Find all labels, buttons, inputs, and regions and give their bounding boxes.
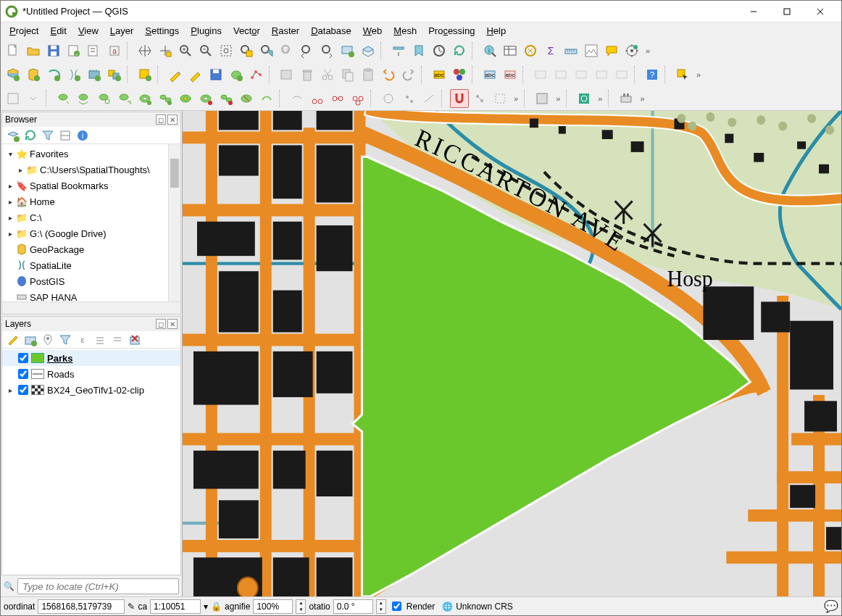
browser-item-postgis[interactable]: PostGIS xyxy=(30,276,64,287)
simplify-feature-icon[interactable] xyxy=(95,89,114,108)
layer-checkbox-roads[interactable] xyxy=(18,369,28,379)
delete-part-icon[interactable] xyxy=(217,89,235,108)
toolbar2-overflow-icon[interactable]: » xyxy=(693,70,704,79)
delete-ring-icon[interactable] xyxy=(196,89,215,108)
toolbar3c-overflow-icon[interactable]: » xyxy=(595,94,605,103)
save-edits-icon[interactable] xyxy=(207,65,225,84)
reshape-icon[interactable] xyxy=(237,89,256,108)
shape-dropdown-icon[interactable] xyxy=(24,89,43,108)
zoom-to-layer-icon[interactable] xyxy=(257,41,276,60)
current-edits-icon[interactable] xyxy=(166,65,185,84)
new-project-icon[interactable] xyxy=(4,41,22,60)
browser-add-layer-icon[interactable] xyxy=(5,128,21,143)
rotation-spinner[interactable]: ▲▼ xyxy=(376,599,386,614)
collapse-all-icon[interactable] xyxy=(109,332,125,348)
lock-scale-icon[interactable]: 🔒 xyxy=(211,602,222,612)
browser-item-c[interactable]: C:\ xyxy=(30,212,42,223)
georef-icon[interactable] xyxy=(533,89,551,108)
trim-extend-icon[interactable] xyxy=(420,89,438,108)
move-label-icon[interactable] xyxy=(551,65,570,84)
topo-editing-icon[interactable] xyxy=(491,89,509,108)
browser-panel-close-icon[interactable]: ✕ xyxy=(167,115,178,125)
pan-to-selection-icon[interactable] xyxy=(156,41,175,60)
menu-database[interactable]: Database xyxy=(307,24,356,38)
elevation-icon[interactable] xyxy=(582,41,601,60)
identify-icon[interactable]: i xyxy=(480,41,499,60)
style-manager-icon[interactable]: a xyxy=(105,41,124,60)
zoom-next-icon[interactable] xyxy=(318,41,337,60)
temporal-controller-icon[interactable] xyxy=(389,41,408,60)
metasearch-icon[interactable] xyxy=(575,89,593,108)
zoom-in-icon[interactable] xyxy=(176,41,195,60)
filter-legend-icon[interactable] xyxy=(57,332,73,348)
offset-points-icon[interactable] xyxy=(399,89,418,108)
browser-item-userfolder[interactable]: C:\Users\SpatialThoughts\ xyxy=(40,165,150,175)
browser-item-geopackage[interactable]: GeoPackage xyxy=(30,244,84,255)
map-tips-icon[interactable] xyxy=(602,41,621,60)
new-geopackage-icon[interactable] xyxy=(24,65,43,84)
add-ring-icon[interactable] xyxy=(136,89,154,108)
browser-item-home[interactable]: Home xyxy=(30,196,55,207)
menu-help[interactable]: Help xyxy=(482,24,510,38)
redo-icon[interactable] xyxy=(399,65,418,84)
minimize-button[interactable] xyxy=(737,1,770,22)
statistics-icon[interactable]: Σ xyxy=(541,41,560,60)
browser-tree[interactable]: ▾⭐Favorites ▸📁C:\Users\SpatialThoughts\ … xyxy=(2,144,180,301)
layers-panel-undock-icon[interactable]: ◻ xyxy=(156,319,166,329)
move-feature-icon[interactable] xyxy=(54,89,73,108)
menu-plugins[interactable]: Plugins xyxy=(186,24,226,38)
layer-checkbox-parks[interactable] xyxy=(18,353,28,363)
add-part-icon[interactable] xyxy=(156,89,175,108)
browser-item-g[interactable]: G:\ (Google Drive) xyxy=(30,228,106,239)
rotate-feature-icon[interactable] xyxy=(75,89,93,108)
new-virtual-layer-icon[interactable] xyxy=(105,65,124,84)
toolbar3d-overflow-icon[interactable]: » xyxy=(637,94,647,103)
browser-scrollbar[interactable] xyxy=(168,144,180,301)
zoom-native-icon[interactable]: 1:1 xyxy=(278,41,296,60)
menu-mesh[interactable]: Mesh xyxy=(389,24,421,38)
browser-collapse-icon[interactable] xyxy=(57,128,73,143)
toggle-editing-icon[interactable] xyxy=(186,65,205,84)
select-tool-icon[interactable] xyxy=(673,65,692,84)
split-features-icon[interactable] xyxy=(288,89,307,108)
plugin-icon[interactable] xyxy=(617,89,635,108)
mouse-extents-icon[interactable]: ✎ xyxy=(128,602,135,612)
delete-selected-icon[interactable] xyxy=(298,65,317,84)
paste-features-icon[interactable] xyxy=(359,65,378,84)
menu-vector[interactable]: Vector xyxy=(229,24,264,38)
browser-refresh-icon[interactable] xyxy=(22,128,38,143)
menu-view[interactable]: View xyxy=(74,24,103,38)
zoom-last-icon[interactable] xyxy=(298,41,317,60)
measure-icon[interactable] xyxy=(562,41,580,60)
vertex-tool-icon[interactable] xyxy=(247,65,266,84)
render-checkbox[interactable] xyxy=(392,602,401,611)
new-map-view-icon[interactable] xyxy=(338,41,357,60)
crs-label[interactable]: Unknown CRS xyxy=(456,602,513,612)
undo-icon[interactable] xyxy=(379,65,398,84)
menu-web[interactable]: Web xyxy=(359,24,387,38)
show-unplaced-icon[interactable] xyxy=(531,65,550,84)
browser-scrollbar-h[interactable] xyxy=(2,301,180,314)
close-button[interactable] xyxy=(804,1,837,22)
status-coord-value[interactable]: 1568168,5179739 xyxy=(38,599,125,614)
zoom-to-selection-icon[interactable] xyxy=(237,41,256,60)
add-feature-icon[interactable] xyxy=(227,65,246,84)
zoom-full-icon[interactable] xyxy=(217,41,235,60)
copy-features-icon[interactable] xyxy=(338,65,357,84)
new-mesh-layer-icon[interactable] xyxy=(136,65,154,84)
highlight-label-icon[interactable]: abc xyxy=(480,65,499,84)
show-bookmarks-icon[interactable] xyxy=(430,41,449,60)
scale-feature-icon[interactable] xyxy=(115,89,134,108)
layer-item-roads[interactable]: Roads xyxy=(2,366,180,382)
menu-processing[interactable]: Processing xyxy=(424,24,479,38)
menu-layer[interactable]: Layer xyxy=(106,24,138,38)
fill-ring-icon[interactable] xyxy=(176,89,195,108)
open-attribute-table-icon[interactable] xyxy=(501,41,520,60)
browser-filter-icon[interactable] xyxy=(40,128,56,143)
layer-styling-icon[interactable] xyxy=(5,332,21,348)
new-memory-layer-icon[interactable] xyxy=(85,65,104,84)
open-project-icon[interactable] xyxy=(24,41,43,60)
label-tool-icon[interactable]: abc xyxy=(430,65,449,84)
layer-checkbox-raster[interactable] xyxy=(18,385,28,395)
label-props-icon[interactable] xyxy=(612,65,631,84)
